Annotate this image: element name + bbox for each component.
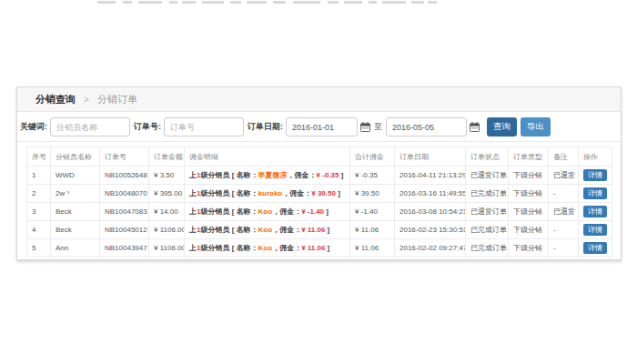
cell-commission-detail: 上1级分销员 [ 名称：Koo，佣金：¥ 11.06 ] <box>185 221 350 239</box>
cell-commission-detail: 上1级分销员 [ 名称：半夏微凉，佣金：¥ -0.35 ] <box>185 167 350 185</box>
cell-note: - <box>549 239 579 258</box>
cell-note: 已退货 <box>549 167 579 185</box>
commission-amount: ¥ -0.35 <box>317 171 339 179</box>
cell-order-no: NB10045012 <box>100 221 149 239</box>
export-button[interactable]: 导出 <box>521 117 551 136</box>
upline-distributor-name: kuroko <box>258 189 283 197</box>
cell-order-amount: ¥ 1106.00 <box>149 221 185 239</box>
cell-note: 已退货 <box>549 203 579 221</box>
column-header: 佣金明细 <box>185 147 350 167</box>
cell-total-commission: ¥ 39.50 <box>350 185 395 203</box>
cell-order-status: 已完成订单 <box>466 239 509 258</box>
cell-distributor-name: Beck <box>51 203 100 221</box>
commission-detail-text: ，佣金： <box>272 244 301 252</box>
commission-detail-text: 上 <box>189 189 197 197</box>
order-no-input[interactable] <box>164 117 244 136</box>
commission-detail-text: ，佣金： <box>282 189 311 197</box>
keyword-input[interactable] <box>50 117 130 136</box>
cell-distributor-name: Beck <box>51 221 100 239</box>
calendar-icon[interactable] <box>360 122 370 132</box>
cell-actions: 详情 <box>579 203 612 221</box>
cell-total-commission: ¥ -1.40 <box>350 203 395 221</box>
upline-distributor-name: Koo <box>258 244 273 252</box>
detail-button[interactable]: 详情 <box>583 206 607 218</box>
cell-index: 5 <box>27 239 51 258</box>
cell-index: 2 <box>27 185 51 203</box>
commission-detail-text: 级分销员 [ 名称： <box>200 244 258 252</box>
cell-distributor-name: Ann <box>51 239 100 258</box>
detail-button[interactable]: 详情 <box>583 242 607 255</box>
column-header: 订单类型 <box>509 147 549 167</box>
table-row: 3 Beck NB10047083 ¥ 14.00 上1级分销员 [ 名称：Ko… <box>27 203 612 221</box>
cell-order-date: 2016-03-08 10:54:21 <box>395 203 466 221</box>
cell-order-amount: ¥ 1106.00 <box>149 239 185 258</box>
breadcrumb-current: 分销订单 <box>97 94 137 105</box>
cell-order-amount: ¥ 3.50 <box>149 167 185 185</box>
cell-order-type: 下级分销 <box>509 185 549 203</box>
upline-distributor-name: Koo <box>258 207 273 216</box>
commission-amount: ¥ -1.40 <box>301 207 324 216</box>
commission-detail-text: ] <box>325 244 329 252</box>
cell-order-no: NB10047083 <box>100 203 149 221</box>
cell-actions: 详情 <box>579 185 612 203</box>
cell-order-date: 2016-03-16 11:49:55 <box>395 185 466 203</box>
column-header: 分销员名称 <box>51 147 100 167</box>
cell-index: 3 <box>27 203 51 221</box>
cell-order-no: NB10048070 <box>100 185 149 203</box>
date-to-input[interactable] <box>386 117 467 136</box>
cell-actions: 详情 <box>579 239 612 258</box>
commission-amount: ¥ 11.06 <box>301 244 325 252</box>
cell-index: 4 <box>27 221 51 239</box>
date-from-input[interactable] <box>286 117 358 136</box>
detail-button[interactable]: 详情 <box>583 224 607 237</box>
table-body: 1 WWD NB10052648 ¥ 3.50 上1级分销员 [ 名称：半夏微凉… <box>27 167 612 258</box>
commission-detail-text: 级分销员 [ 名称： <box>200 189 258 197</box>
cell-order-date: 2016-02-02 09:27:47 <box>395 239 466 258</box>
commission-detail-text: ] <box>336 189 340 197</box>
cell-commission-detail: 上1级分销员 [ 名称：kuroko，佣金：¥ 39.50 ] <box>185 185 350 203</box>
filter-table-divider <box>17 141 621 142</box>
commission-detail-text: ，佣金： <box>288 171 317 179</box>
breadcrumb-section[interactable]: 分销查询 <box>35 94 76 105</box>
search-button[interactable]: 查询 <box>487 117 517 136</box>
cell-order-status: 已完成订单 <box>466 221 509 239</box>
upline-distributor-name: Koo <box>258 226 273 234</box>
table-row: 2 2w丶 NB10048070 ¥ 395.00 上1级分销员 [ 名称：ku… <box>27 185 612 203</box>
cell-commission-detail: 上1级分销员 [ 名称：Koo，佣金：¥ -1.40 ] <box>185 203 350 221</box>
order-no-label: 订单号: <box>134 121 161 133</box>
detail-button[interactable]: 详情 <box>583 169 607 182</box>
cell-order-no: NB10043947 <box>100 239 149 258</box>
cell-order-status: 已完成订单 <box>466 185 509 203</box>
cell-total-commission: ¥ 11.06 <box>350 221 395 239</box>
cell-total-commission: ¥ 11.06 <box>350 239 395 258</box>
cell-note: - <box>549 221 579 239</box>
cell-distributor-name: WWD <box>51 167 100 185</box>
distribution-orders-panel: 分销查询 > 分销订单 关键词: 订单号: 订单日期: 至 <box>16 86 622 260</box>
column-header: 订单号 <box>100 147 149 167</box>
commission-amount: ¥ 39.50 <box>311 189 336 197</box>
upline-distributor-name: 半夏微凉 <box>258 171 288 179</box>
cell-order-amount: ¥ 14.00 <box>149 203 185 221</box>
cell-order-no: NB10052648 <box>100 167 149 185</box>
cell-order-type: 下级分销 <box>509 203 549 221</box>
cell-order-date: 2016-04-11 21:13:29 <box>395 167 466 185</box>
commission-detail-text: ，佣金： <box>272 207 301 216</box>
commission-amount: ¥ 11.06 <box>301 226 325 234</box>
table-row: 4 Beck NB10045012 ¥ 1106.00 上1级分销员 [ 名称：… <box>27 221 612 239</box>
cell-commission-detail: 上1级分销员 [ 名称：Koo，佣金：¥ 11.06 ] <box>185 239 350 258</box>
commission-detail-text: 上 <box>189 171 197 179</box>
calendar-icon[interactable] <box>470 122 480 132</box>
cell-actions: 详情 <box>579 167 612 185</box>
commission-detail-text: ] <box>324 207 329 216</box>
commission-detail-text: 上 <box>189 226 197 234</box>
commission-detail-text: 上 <box>189 207 197 216</box>
commission-detail-text: 上 <box>189 244 197 252</box>
cell-order-status: 已退货订单 <box>466 203 509 221</box>
commission-detail-text: 级分销员 [ 名称： <box>200 171 258 179</box>
cell-order-type: 下级分销 <box>509 239 549 258</box>
cell-order-date: 2016-02-23 15:30:51 <box>395 221 466 239</box>
commission-detail-text: ] <box>339 171 343 179</box>
column-header: 序号 <box>27 147 51 167</box>
column-header: 订单金额 <box>149 147 185 167</box>
detail-button[interactable]: 详情 <box>583 187 607 200</box>
